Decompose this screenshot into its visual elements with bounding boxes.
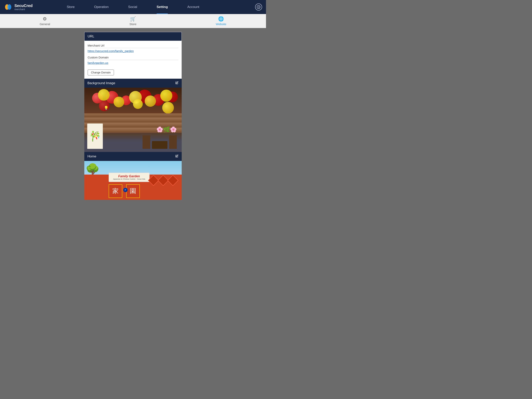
subnav-website[interactable]: 🌐 Website — [216, 16, 226, 26]
logo-icon — [4, 3, 13, 11]
custom-domain-block: Custom Domain familygarden.us — [88, 56, 178, 64]
subnav-general[interactable]: ⚙ General — [40, 16, 50, 26]
bg-header-label: Background Image — [88, 81, 115, 85]
lantern — [133, 99, 143, 109]
main-content: URL Merchant Url https://secucred.com/fa… — [0, 28, 266, 204]
globe-icon: 🌐 — [218, 16, 224, 22]
top-nav: SecuCred merchant Store Operation Social… — [0, 0, 266, 14]
plant-decor: 🌸🌿🌸 — [156, 126, 177, 133]
logo-text: SecuCred merchant — [14, 4, 32, 11]
subnav-website-label: Website — [216, 22, 226, 26]
store-icon: 🛒 — [130, 16, 136, 22]
merchant-url-block: Merchant Url https://secucred.com/family… — [88, 44, 178, 53]
bg-section-header: Background Image — [84, 79, 182, 88]
change-domain-button[interactable]: Change Domain — [88, 70, 114, 75]
nav-links: Store Operation Social Setting Account — [35, 4, 231, 10]
merchant-url-label: Merchant Url — [88, 44, 178, 48]
url-content: Merchant Url https://secucred.com/family… — [84, 41, 182, 78]
background-image-section: Background Image — [84, 79, 182, 152]
parking-sign: P — [123, 188, 127, 192]
logo-area: SecuCred merchant — [4, 3, 35, 11]
lantern — [160, 90, 172, 102]
subnav-general-label: General — [40, 22, 50, 26]
sign-name: Family Garden — [113, 174, 145, 178]
nav-setting[interactable]: Setting — [157, 4, 168, 10]
diamond-decor — [150, 176, 177, 184]
chair — [143, 135, 150, 149]
app-sub: merchant — [14, 8, 32, 11]
custom-domain-label: Custom Domain — [88, 56, 178, 60]
chinese-char-2: 園 — [126, 184, 140, 198]
diamond-2 — [158, 175, 169, 186]
nav-operation[interactable]: Operation — [94, 4, 109, 10]
gear-icon: ⚙ — [43, 16, 47, 22]
light-fixture: 💡 — [104, 106, 109, 110]
sub-nav: ⚙ General 🛒 Store 🌐 Website — [0, 14, 266, 28]
subnav-store[interactable]: 🛒 Store — [129, 16, 137, 26]
furniture-area — [143, 135, 177, 149]
table — [152, 141, 167, 149]
nav-right — [231, 4, 262, 11]
url-section-header: URL — [84, 32, 182, 41]
diamond-1 — [148, 175, 159, 186]
bamboo-panel: 🎋 — [87, 123, 103, 149]
nav-account[interactable]: Account — [187, 4, 199, 10]
bg-edit-icon[interactable] — [175, 81, 178, 85]
svg-point-2 — [7, 4, 11, 10]
subnav-store-label: Store — [129, 22, 137, 26]
home-section: Home 🌳 Family Garden — [84, 152, 182, 200]
home-edit-icon[interactable] — [175, 154, 178, 159]
url-header-label: URL — [88, 34, 94, 38]
home-header-label: Home — [88, 154, 96, 158]
restaurant-sign: Family Garden Japanese & Chinese Cuisine… — [109, 173, 150, 182]
lantern — [145, 96, 156, 107]
merchant-url-value[interactable]: https://secucred.com/family_garden — [88, 49, 178, 53]
lantern — [98, 89, 110, 101]
home-image: 🌳 Family Garden Japanese & Chinese Cuisi… — [84, 161, 182, 200]
url-section: URL Merchant Url https://secucred.com/fa… — [84, 32, 182, 79]
nav-store[interactable]: Store — [67, 4, 75, 10]
diamond-3 — [167, 175, 178, 186]
app-name: SecuCred — [14, 4, 32, 8]
chair — [169, 135, 177, 149]
sign-subtitle: Japanese & Chinese Cuisine Coca-Cola — [113, 178, 145, 180]
center-panel: URL Merchant Url https://secucred.com/fa… — [84, 32, 182, 200]
logout-button[interactable] — [255, 4, 262, 11]
lantern — [114, 97, 124, 107]
background-image: 🎋 🌸🌿🌸 💡 — [84, 88, 182, 152]
home-section-header: Home — [84, 152, 182, 161]
nav-social[interactable]: Social — [128, 4, 137, 10]
lantern — [162, 102, 174, 114]
custom-domain-value[interactable]: familygarden.us — [88, 61, 178, 64]
chinese-char-1: 家 — [109, 184, 122, 198]
